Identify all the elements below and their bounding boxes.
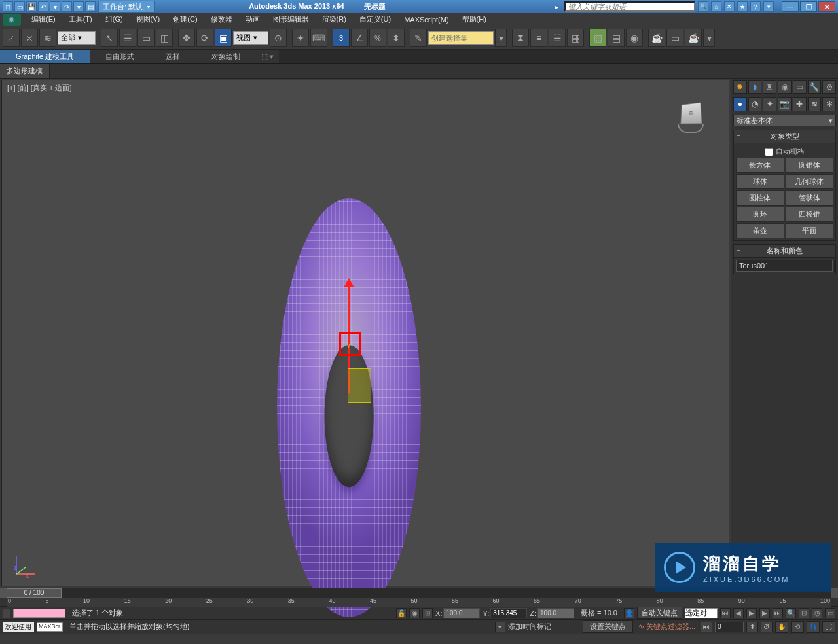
cat-lights-icon[interactable]: ✦: [763, 97, 776, 111]
nav-zoom-icon[interactable]: 🔍: [786, 608, 796, 618]
timeline-scroll-right[interactable]: [831, 588, 838, 598]
cat-cameras-icon[interactable]: 📷: [778, 97, 792, 111]
viewcube-face[interactable]: 前: [681, 103, 702, 124]
play-start-icon[interactable]: ⏮: [720, 608, 731, 618]
undo-dd-icon[interactable]: ▾: [50, 1, 60, 12]
torus-object[interactable]: y: [277, 198, 421, 617]
menu-edit[interactable]: 编辑(E): [25, 13, 62, 26]
tab-hierarchy-icon[interactable]: ♜: [763, 80, 776, 94]
help-icon[interactable]: ?: [750, 1, 761, 12]
ribbon-expand-icon[interactable]: ⬚ ▾: [256, 50, 279, 63]
maxscript-listener[interactable]: MAXScr: [37, 622, 63, 632]
percent-snap-icon[interactable]: %: [369, 29, 386, 47]
app-logo-icon[interactable]: ◉: [3, 14, 21, 26]
render-frame-icon[interactable]: ▭: [666, 29, 683, 47]
obj-cone[interactable]: 圆锥体: [786, 158, 834, 173]
cat-spacewarps-icon[interactable]: ≋: [808, 97, 822, 111]
tab-utilities-icon[interactable]: 🔧: [808, 80, 822, 94]
ribbon-panel-polymodel[interactable]: 多边形建模: [0, 64, 50, 78]
menu-help[interactable]: 帮助(H): [456, 13, 493, 26]
search-input[interactable]: [564, 1, 695, 12]
schematic-view-icon[interactable]: ▤: [608, 29, 625, 47]
redo-dd-icon[interactable]: ▾: [73, 1, 84, 12]
help-dd-icon[interactable]: ▾: [763, 1, 774, 12]
infocenter-dd-icon[interactable]: ▸: [551, 1, 562, 12]
cat-helpers-icon[interactable]: ✚: [793, 97, 807, 111]
cat-shapes-icon[interactable]: ◔: [748, 97, 762, 111]
bind-spacewarp-icon[interactable]: ≋: [39, 29, 56, 47]
rollout-toggle-icon[interactable]: −: [737, 132, 740, 139]
coord-x-input[interactable]: [443, 608, 480, 618]
menu-rendering[interactable]: 渲染(R): [316, 13, 353, 26]
ref-coord-system[interactable]: 视图▾: [233, 31, 268, 45]
named-selection-input[interactable]: [428, 31, 494, 45]
tab-create-icon[interactable]: ✹: [733, 80, 747, 94]
select-manipulate-icon[interactable]: ✦: [292, 29, 309, 47]
menu-maxscript[interactable]: MAXScript(M): [397, 14, 455, 25]
set-key-button[interactable]: 设置关键点: [583, 620, 633, 633]
select-object-icon[interactable]: ↖: [101, 29, 118, 47]
nav-fov-icon[interactable]: ◷: [812, 608, 822, 618]
trackbar-toggle-icon[interactable]: [3, 609, 10, 618]
align-icon[interactable]: ≡: [530, 29, 547, 47]
rollout-name-color[interactable]: − 名称和颜色: [733, 244, 836, 258]
geometry-category-dropdown[interactable]: 标准基本体▾: [733, 115, 836, 126]
timeline-scroll-left[interactable]: [0, 588, 7, 598]
nav-orbit-icon[interactable]: ⟲: [791, 621, 804, 633]
gizmo-y-arrowhead-icon[interactable]: [344, 278, 354, 287]
menu-animation[interactable]: 动画: [239, 13, 266, 26]
selection-filter[interactable]: 全部▾: [58, 31, 96, 45]
nav-pan-icon[interactable]: ✋: [775, 621, 788, 633]
comm-center-icon[interactable]: 👤: [624, 608, 634, 618]
spinner-icon[interactable]: ⬍: [746, 622, 758, 632]
play-icon[interactable]: ▶: [746, 608, 757, 618]
coord-y-input[interactable]: [490, 608, 527, 618]
unlink-icon[interactable]: ⤫: [21, 29, 38, 47]
render-icon[interactable]: ☕: [685, 29, 702, 47]
cat-systems-icon[interactable]: ✻: [822, 97, 836, 111]
obj-plane[interactable]: 平面: [786, 223, 834, 238]
exchange-icon[interactable]: ✕: [724, 1, 735, 12]
edit-named-sel-icon[interactable]: ✎: [410, 29, 427, 47]
current-frame-input[interactable]: [715, 622, 744, 632]
gizmo-plane-icon[interactable]: [348, 368, 371, 402]
graphite-icon[interactable]: ▦: [567, 29, 584, 47]
material-editor-icon[interactable]: ◉: [626, 29, 643, 47]
menu-customize[interactable]: 自定义(U): [353, 13, 397, 26]
tab-lock-icon[interactable]: ⊘: [822, 80, 836, 94]
auto-key-button[interactable]: 自动关键点: [637, 607, 682, 619]
menu-modifiers[interactable]: 修改器: [204, 13, 239, 26]
keyboard-shortcut-icon[interactable]: ⌨: [310, 29, 327, 47]
project-icon[interactable]: ▤: [85, 1, 96, 12]
tab-motion-icon[interactable]: ◉: [778, 80, 792, 94]
tab-display-icon[interactable]: ▭: [793, 80, 807, 94]
nav-maximize-icon[interactable]: ⛶: [822, 621, 835, 633]
transform-gizmo[interactable]: y: [349, 408, 350, 408]
play-prev-icon[interactable]: ◀: [733, 608, 744, 618]
menu-tools[interactable]: 工具(T): [62, 13, 99, 26]
undo-icon[interactable]: ↶: [38, 1, 48, 12]
ribbon-tab-graphite[interactable]: Graphite 建模工具: [0, 50, 90, 63]
obj-tube[interactable]: 管状体: [786, 190, 834, 206]
autogrid-checkbox[interactable]: [765, 148, 773, 156]
render-dd[interactable]: ▾: [703, 29, 715, 47]
rotate-icon[interactable]: ⟳: [196, 29, 213, 47]
nav-walk-icon[interactable]: 👣: [807, 621, 820, 633]
save-icon[interactable]: 💾: [26, 1, 37, 12]
time-ruler[interactable]: 0 5 10 15 20 25 30 35 40 45 50 55 60 65 …: [7, 598, 831, 607]
obj-sphere[interactable]: 球体: [736, 174, 784, 189]
new-icon[interactable]: □: [3, 1, 13, 12]
tab-modify-icon[interactable]: ◗: [748, 80, 762, 94]
move-icon[interactable]: ✥: [178, 29, 195, 47]
rollout-toggle-icon-2[interactable]: −: [737, 246, 740, 254]
object-color-swatch[interactable]: [834, 260, 835, 272]
binoculars-icon[interactable]: 🔍: [698, 1, 708, 12]
obj-geosphere[interactable]: 几何球体: [786, 174, 834, 189]
workspace-selector[interactable]: 工作台: 默认: [98, 1, 155, 13]
select-by-name-icon[interactable]: ☰: [119, 29, 136, 47]
layers-icon[interactable]: ☱: [549, 29, 566, 47]
goto-start-icon[interactable]: ⏮: [701, 622, 712, 632]
scale-icon[interactable]: ▣: [215, 29, 232, 47]
use-center-icon[interactable]: ⊙: [270, 29, 287, 47]
obj-torus[interactable]: 圆环: [736, 207, 784, 222]
